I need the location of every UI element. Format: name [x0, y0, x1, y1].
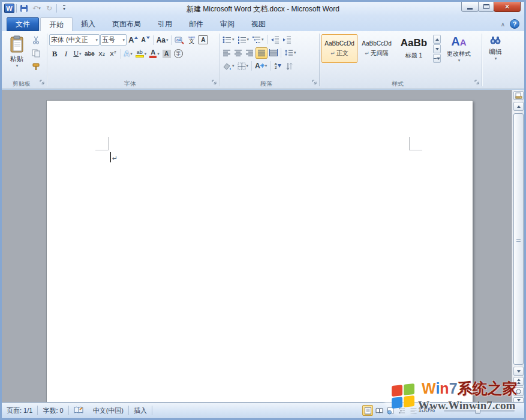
text-effects-button[interactable]: A▾	[123, 48, 134, 59]
tab-mailings[interactable]: 邮件	[181, 17, 212, 31]
text-highlight-button[interactable]: ab ▾	[134, 48, 148, 59]
scroll-up-button[interactable]	[513, 102, 524, 111]
paragraph-group-label: 段落	[220, 80, 312, 88]
grow-font-button[interactable]: A	[127, 34, 139, 46]
tab-insert[interactable]: 插入	[73, 17, 104, 31]
outline-view-button[interactable]	[396, 405, 407, 416]
help-button[interactable]: ?	[510, 19, 519, 29]
scroll-down-button[interactable]	[513, 367, 524, 376]
zoom-level[interactable]: 100%	[418, 406, 435, 413]
asian-layout-button[interactable]: A ▾	[254, 61, 268, 72]
vertical-scrollbar[interactable]	[512, 90, 524, 402]
font-dialog-launcher[interactable]	[212, 77, 217, 87]
page-indicator[interactable]: 页面: 1/1	[2, 406, 37, 415]
font-color-button[interactable]: A ▾	[148, 48, 161, 59]
change-styles-icon: AA	[451, 35, 466, 48]
print-layout-view-button[interactable]	[362, 405, 373, 416]
minimize-ribbon-icon[interactable]: ∧	[501, 21, 505, 28]
dropdown-arrow-icon: ▾	[79, 52, 82, 56]
styles-scroll-down-button[interactable]	[433, 44, 441, 53]
style-heading-1[interactable]: AaBb 标题 1	[396, 34, 432, 63]
numbering-button[interactable]: ▾	[236, 34, 251, 46]
copy-button[interactable]	[30, 47, 42, 59]
underline-button[interactable]: U▾	[72, 48, 83, 59]
zoom-slider-knob[interactable]	[475, 407, 480, 414]
font-name-combobox[interactable]: 宋体 (中文正 ▾	[49, 34, 100, 46]
ruler-toggle-button[interactable]	[513, 91, 524, 100]
tab-page-layout[interactable]: 页面布局	[104, 17, 149, 31]
zoom-slider[interactable]	[444, 410, 515, 412]
decrease-indent-button[interactable]	[269, 34, 281, 46]
character-border-button[interactable]: A	[197, 34, 209, 46]
close-button[interactable]: ✕	[494, 2, 521, 12]
show-hide-marks-button[interactable]	[284, 61, 294, 72]
character-shading-button[interactable]: A	[161, 48, 172, 59]
next-page-button[interactable]	[513, 397, 524, 402]
styles-dialog-launcher[interactable]	[474, 77, 480, 87]
bold-icon: B	[52, 49, 58, 59]
thumb-grip	[516, 239, 521, 242]
shading-button[interactable]: ▾	[221, 61, 236, 72]
close-icon: ✕	[504, 3, 510, 11]
up-arrow-icon	[134, 37, 138, 39]
italic-button[interactable]: I	[61, 48, 71, 59]
style-preview: AaBb	[401, 37, 427, 49]
web-layout-view-button[interactable]	[385, 405, 396, 416]
superscript-button[interactable]: x²	[108, 48, 119, 59]
enclose-characters-button[interactable]: 字	[173, 48, 184, 59]
divider	[270, 61, 270, 71]
subscript-button[interactable]: x₂	[97, 48, 107, 59]
bold-button[interactable]: B	[49, 48, 60, 59]
insert-mode-indicator[interactable]: 插入	[129, 406, 152, 415]
select-browse-object-button[interactable]	[513, 387, 524, 396]
styles-scroll-up-button[interactable]	[433, 35, 441, 44]
align-center-button[interactable]	[233, 47, 244, 59]
cut-button[interactable]	[30, 34, 42, 46]
shrink-font-button[interactable]: A	[140, 34, 151, 46]
show-hide-marks-icon	[285, 62, 293, 70]
style-no-spacing[interactable]: AaBbCcDd ↵无间隔	[359, 34, 395, 63]
multilevel-list-button[interactable]: ▾	[251, 34, 265, 46]
clipboard-dialog-launcher[interactable]	[40, 77, 45, 87]
phonetic-guide-button[interactable]: wén 文	[186, 34, 197, 46]
change-case-button[interactable]: Aa▾	[155, 34, 170, 46]
status-separator	[152, 406, 152, 415]
justify-button[interactable]	[256, 47, 267, 59]
tab-review[interactable]: 审阅	[212, 17, 243, 31]
style-normal[interactable]: AaBbCcDd ↵正文	[321, 34, 357, 63]
borders-button[interactable]: ▾	[236, 61, 250, 72]
strikethrough-button[interactable]: abe	[83, 48, 96, 59]
ribbon: 粘贴 ▾ 剪贴板	[2, 31, 524, 89]
bullets-button[interactable]: ▾	[221, 34, 236, 46]
paste-button[interactable]: 粘贴 ▾	[4, 33, 29, 76]
sort-button[interactable]: A Z	[272, 61, 283, 72]
line-spacing-icon	[284, 49, 293, 56]
language-indicator[interactable]: 中文(中国)	[88, 406, 128, 415]
tab-references[interactable]: 引用	[149, 17, 181, 31]
align-left-button[interactable]	[221, 47, 232, 59]
full-screen-reading-view-button[interactable]	[374, 405, 384, 416]
clear-formatting-button[interactable]: aA	[173, 34, 185, 46]
minimize-button[interactable]	[461, 2, 479, 12]
previous-page-button[interactable]	[513, 377, 524, 386]
font-size-combobox[interactable]: 五号 ▾	[100, 34, 127, 46]
line-spacing-button[interactable]: ▾	[283, 47, 297, 59]
tab-file[interactable]: 文件	[7, 17, 39, 31]
maximize-button[interactable]	[478, 2, 494, 12]
distributed-button[interactable]	[268, 47, 279, 59]
increase-indent-button[interactable]	[281, 34, 293, 46]
draft-view-button[interactable]	[408, 405, 419, 416]
tab-view[interactable]: 视图	[243, 17, 274, 31]
tab-home[interactable]: 开始	[40, 17, 73, 31]
paragraph-dialog-launcher[interactable]	[312, 77, 317, 87]
word-count[interactable]: 字数: 0	[38, 406, 68, 415]
scrollbar-thumb[interactable]	[513, 113, 524, 365]
align-right-button[interactable]	[244, 47, 255, 59]
format-painter-button[interactable]	[30, 61, 42, 72]
browse-object-icon	[516, 389, 521, 394]
document-page[interactable]: ↵	[47, 101, 473, 402]
styles-gallery-more-button[interactable]	[433, 54, 441, 63]
change-styles-button[interactable]: AA 更改样式 ▾	[442, 33, 476, 63]
proofing-status-button[interactable]	[69, 406, 88, 415]
editing-group[interactable]: 编辑 ▾	[483, 32, 508, 89]
